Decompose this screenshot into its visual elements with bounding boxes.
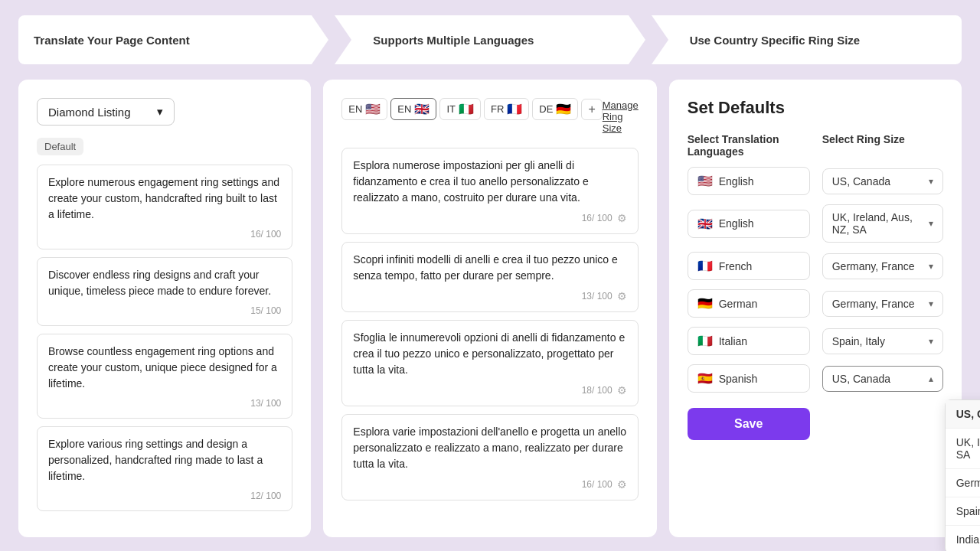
lang-german: German	[719, 298, 758, 310]
option-spain-italy[interactable]: Spain, Italy	[946, 497, 980, 526]
text-content-3: Browse countless engagement ring options…	[48, 344, 281, 392]
defaults-row-english-uk: 🇬🇧 English UK, Ireland, Aus, NZ, SA ▾	[688, 204, 943, 243]
translation-text-3: Sfoglia le innumerevoli opzioni di anell…	[353, 330, 626, 378]
us-flag-badge-icon: 🇺🇸	[697, 174, 713, 188]
lang-spanish: Spanish	[719, 373, 758, 385]
translation-card-2: Scopri infiniti modelli di anelli e crea…	[341, 242, 638, 312]
fr-flag-icon: 🇫🇷	[507, 102, 522, 116]
counter-2: 15/ 100	[48, 305, 281, 316]
tab-fr[interactable]: FR 🇫🇷	[484, 98, 529, 120]
defaults-row-french: 🇫🇷 French Germany, France ▾	[688, 252, 943, 280]
size-value-us: US, Canada	[832, 175, 890, 187]
set-defaults-title: Set Defaults	[688, 98, 943, 118]
option-india-sa-label: India, SA, Japan, China	[956, 533, 980, 546]
size-value-es: US, Canada	[832, 373, 890, 385]
option-uk-ireland-label: UK, Ireland, Aus, NZ, SA	[956, 436, 980, 461]
size-dropdown-es[interactable]: US, Canada ▴	[822, 366, 943, 392]
text-card-3: Browse countless engagement ring options…	[37, 334, 292, 419]
banner-step2: Supports Multiple Languages	[373, 34, 534, 47]
option-uk-ireland[interactable]: UK, Ireland, Aus, NZ, SA	[946, 429, 980, 469]
lang-italian: Italian	[719, 335, 747, 347]
lang-french: French	[719, 260, 753, 272]
dropdown-label: Diamond Listing	[48, 106, 131, 119]
size-dropdown-it[interactable]: Spain, Italy ▾	[822, 328, 943, 354]
translation-card-3: Sfoglia le innumerevoli opzioni di anell…	[341, 320, 638, 406]
size-value-fr: Germany, France	[832, 260, 915, 272]
col-languages: EN 🇺🇸 EN 🇬🇧 IT 🇮🇹 FR 🇫🇷	[323, 80, 656, 537]
tab-it[interactable]: IT 🇮🇹	[439, 98, 481, 120]
chevron-down-us-icon: ▾	[929, 176, 933, 187]
defaults-row-spanish: 🇪🇸 Spanish US, Canada ▴ US, Canada ✓	[688, 364, 943, 393]
de-flag-icon: 🇩🇪	[556, 102, 571, 116]
trans-counter-1: 16/ 100	[582, 213, 612, 223]
size-dropdown-us[interactable]: US, Canada ▾	[822, 168, 943, 194]
chevron-down-it-icon: ▾	[929, 336, 933, 347]
defaults-row-german: 🇩🇪 German Germany, France ▾	[688, 289, 943, 318]
counter-1: 16/ 100	[48, 229, 281, 240]
col-ring-size: Set Defaults Select Translation Language…	[669, 80, 962, 537]
lang-badge-english-us: 🇺🇸 English	[688, 167, 810, 195]
default-badge: Default	[37, 138, 83, 155]
size-value-uk: UK, Ireland, Aus, NZ, SA	[832, 211, 929, 236]
fr-code: FR	[491, 103, 504, 115]
fr-flag-badge-icon: 🇫🇷	[697, 259, 713, 273]
col-header-size: Select Ring Size	[822, 133, 943, 158]
tab-en-uk[interactable]: EN 🇬🇧	[390, 98, 436, 120]
size-dropdown-uk[interactable]: UK, Ireland, Aus, NZ, SA ▾	[822, 204, 943, 243]
option-spain-italy-label: Spain, Italy	[956, 505, 980, 517]
lang-badge-french: 🇫🇷 French	[688, 252, 810, 280]
size-options-dropdown: US, Canada ✓ UK, Ireland, Aus, NZ, SA Ge…	[945, 399, 980, 552]
tab-en-us[interactable]: EN 🇺🇸	[341, 98, 387, 120]
trans-counter-4: 16/ 100	[582, 479, 612, 490]
size-dropdown-de[interactable]: Germany, France ▾	[822, 291, 943, 317]
lang-tabs: EN 🇺🇸 EN 🇬🇧 IT 🇮🇹 FR 🇫🇷	[341, 98, 602, 120]
chevron-down-uk-icon: ▾	[929, 218, 933, 229]
de-flag-badge-icon: 🇩🇪	[697, 296, 713, 311]
us-flag-icon: 🇺🇸	[365, 102, 381, 116]
translate-icon-2: ⚙	[617, 290, 627, 302]
chevron-down-de-icon: ▾	[929, 298, 933, 309]
de-code: DE	[539, 103, 553, 115]
translation-text-4: Esplora varie impostazioni dell'anello e…	[353, 424, 626, 472]
trans-counter-3: 18/ 100	[582, 385, 612, 396]
counter-3: 13/ 100	[48, 398, 281, 409]
add-language-button[interactable]: +	[581, 99, 602, 120]
banner-step3: Use Country Specific Ring Size	[690, 34, 861, 47]
lang-english-uk: English	[719, 217, 754, 230]
chevron-up-es-icon: ▴	[929, 373, 933, 384]
text-card-1: Explore numerous engagement ring setting…	[37, 165, 292, 249]
chevron-down-fr-icon: ▾	[929, 261, 933, 272]
defaults-row-italian: 🇮🇹 Italian Spain, Italy ▾	[688, 327, 943, 355]
en-uk-code: EN	[397, 103, 411, 115]
manage-ring-size-link[interactable]: Manage Ring Size	[603, 99, 639, 134]
save-button[interactable]: Save	[688, 408, 810, 440]
translation-card-1: Esplora numerose impostazioni per gli an…	[341, 148, 638, 234]
translate-icon-4: ⚙	[617, 478, 627, 491]
translation-card-4: Esplora varie impostazioni dell'anello e…	[341, 414, 638, 500]
lang-badge-english-uk: 🇬🇧 English	[688, 210, 810, 238]
size-value-it: Spain, Italy	[832, 335, 885, 347]
text-content-4: Explore various ring settings and design…	[48, 436, 281, 484]
tab-de[interactable]: DE 🇩🇪	[532, 98, 578, 120]
chevron-down-icon: ▾	[157, 105, 163, 119]
translate-icon-1: ⚙	[617, 212, 627, 224]
translation-text-2: Scopri infiniti modelli di anelli e crea…	[353, 252, 626, 284]
option-germany-france[interactable]: Germany, France	[946, 469, 980, 497]
listing-dropdown[interactable]: Diamond Listing ▾	[37, 98, 175, 126]
uk-flag-icon: 🇬🇧	[414, 102, 430, 116]
text-card-4: Explore various ring settings and design…	[37, 426, 292, 511]
en-us-code: EN	[348, 103, 362, 115]
it-flag-icon: 🇮🇹	[459, 102, 474, 116]
option-us-canada[interactable]: US, Canada ✓	[946, 400, 980, 429]
es-flag-badge-icon: 🇪🇸	[697, 371, 713, 386]
counter-4: 12/ 100	[48, 491, 281, 501]
size-dropdown-fr[interactable]: Germany, France ▾	[822, 253, 943, 279]
lang-badge-german: 🇩🇪 German	[688, 289, 810, 318]
option-india-sa[interactable]: India, SA, Japan, China	[946, 526, 980, 552]
col-header-language: Select Translation Languages	[688, 133, 810, 158]
text-content-2: Discover endless ring designs and craft …	[48, 267, 281, 299]
defaults-row-english-us: 🇺🇸 English US, Canada ▾	[688, 167, 943, 195]
it-flag-badge-icon: 🇮🇹	[697, 334, 713, 348]
lang-english-us: English	[719, 175, 754, 187]
text-card-2: Discover endless ring designs and craft …	[37, 257, 292, 326]
